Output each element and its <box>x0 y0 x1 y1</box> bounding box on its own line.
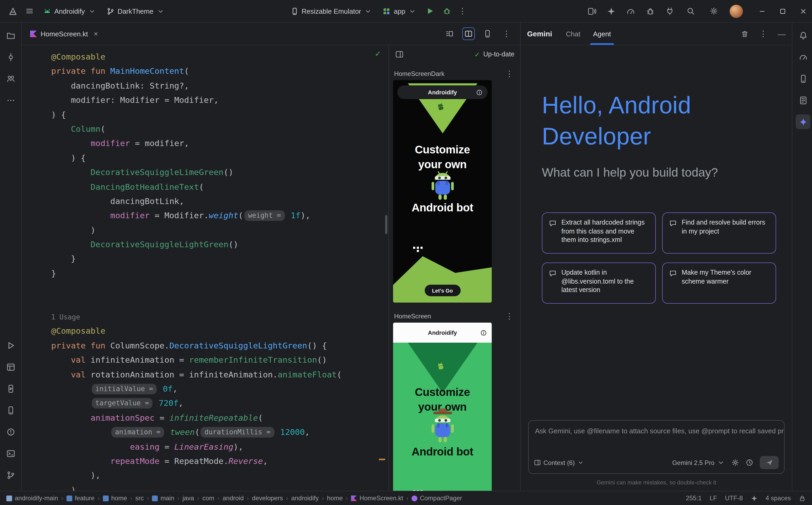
build-icon[interactable] <box>3 359 18 374</box>
suggestion-card-build-errors[interactable]: Find and resolve build errors in my proj… <box>662 212 776 254</box>
logcat-icon[interactable] <box>796 93 810 108</box>
device-mirroring-icon[interactable] <box>586 6 597 16</box>
run-config-selector[interactable]: app <box>378 4 421 18</box>
project-folder-icon[interactable] <box>3 28 18 43</box>
breadcrumb-separator: › <box>217 495 219 501</box>
breadcrumb-item[interactable]: java <box>183 494 194 502</box>
preview-menu-icon[interactable]: ⋮ <box>503 69 515 78</box>
compose-preview-homescreen[interactable]: Androidify Customize your own <box>393 323 492 491</box>
run-button[interactable] <box>423 4 437 18</box>
breadcrumb-item[interactable]: androidify <box>291 494 319 502</box>
context-chip[interactable]: Context (6) <box>534 459 584 466</box>
project-selector[interactable]: Androidify <box>39 4 100 18</box>
more-tool-windows-icon[interactable] <box>3 93 18 108</box>
code-line: private fun MainHomeContent( <box>51 64 388 79</box>
breadcrumb-item[interactable]: android <box>223 494 244 502</box>
device-manager-icon[interactable] <box>3 403 18 417</box>
gemini-more-icon[interactable]: ⋮ <box>757 29 769 38</box>
suggestion-card-theme[interactable]: Make my Theme's color scheme warmer <box>662 263 776 304</box>
editor-tab-homescreen[interactable]: HomeScreen.kt × <box>22 23 105 45</box>
breadcrumb-separator: › <box>177 495 179 501</box>
gemini-features-icon[interactable] <box>606 6 616 16</box>
breadcrumb-separator: › <box>147 495 149 501</box>
preview-headline: Customize <box>393 143 492 157</box>
breadcrumb-item[interactable]: home <box>327 494 343 502</box>
encoding[interactable]: UTF-8 <box>725 494 743 502</box>
design-view-icon[interactable] <box>481 27 494 40</box>
notifications-icon[interactable] <box>796 28 810 43</box>
history-clock-icon[interactable] <box>745 459 753 467</box>
hide-panel-icon[interactable]: — <box>778 29 786 38</box>
send-button[interactable] <box>760 456 779 469</box>
version-control-icon[interactable] <box>3 468 18 482</box>
inspections-ok-icon[interactable]: ✓ <box>375 49 381 58</box>
code-view-icon[interactable] <box>443 27 456 40</box>
preview-headline: Android bot <box>393 445 492 459</box>
code-line: 1 Usage <box>51 310 388 324</box>
compose-preview-homescreendark[interactable]: Androidify Customize your own <box>393 80 492 303</box>
breadcrumb-item[interactable]: home <box>103 494 127 502</box>
branch-selector[interactable]: DarkTheme <box>102 4 169 18</box>
indent-size[interactable]: 4 spaces <box>766 494 791 502</box>
close-window-icon[interactable] <box>800 8 807 14</box>
chevron-down-icon <box>88 7 96 15</box>
code-line: easing = LinearEasing), <box>51 440 388 454</box>
caret-position[interactable]: 255:1 <box>686 494 702 502</box>
run-icon[interactable] <box>3 338 18 353</box>
preview-status: ✓ Up-to-date <box>474 50 514 58</box>
commit-icon[interactable] <box>3 49 18 64</box>
gemini-suggestions: Extract all hardcoded strings from this … <box>542 212 776 304</box>
more-actions-icon[interactable]: ⋮ <box>456 6 469 16</box>
editor-scrollbar[interactable] <box>385 215 387 234</box>
code-editor[interactable]: @Composableprivate fun MainHomeContent( … <box>22 45 388 491</box>
line-ending[interactable]: LF <box>710 494 717 502</box>
model-selector[interactable]: Gemini 2.5 Pro <box>672 459 725 467</box>
plugins-icon[interactable] <box>664 6 675 16</box>
user-avatar[interactable] <box>730 4 743 18</box>
code-line: repeatMode = RepeatMode.Reverse, <box>51 454 388 469</box>
breadcrumb-item[interactable]: developers <box>252 494 283 502</box>
readonly-lock-icon[interactable] <box>799 495 806 502</box>
device-manager-icon[interactable] <box>796 71 810 86</box>
minimize-window-icon[interactable] <box>759 8 766 14</box>
terminal-icon[interactable] <box>3 446 18 461</box>
tab-chat[interactable]: Chat <box>566 23 580 45</box>
app-quality-insights-icon[interactable] <box>645 6 655 16</box>
breadcrumb-item[interactable]: HomeScreen.kt <box>351 494 403 502</box>
settings-gear-icon[interactable] <box>706 4 721 18</box>
split-view-icon[interactable] <box>462 27 475 40</box>
ai-spark-icon[interactable] <box>751 495 758 502</box>
gemini-icon[interactable] <box>796 114 810 129</box>
problems-icon[interactable] <box>3 425 18 439</box>
suggestion-card-update-kotlin[interactable]: Update kotlin in @libs.version.toml to t… <box>542 263 656 304</box>
breadcrumb-item[interactable]: main <box>152 494 174 502</box>
device-selector[interactable]: Resizable Emulator <box>286 4 376 18</box>
trash-icon[interactable] <box>741 30 749 38</box>
gemini-settings-icon[interactable] <box>731 459 739 467</box>
preview-layout-icon[interactable] <box>395 50 403 58</box>
main-menu-icon[interactable] <box>22 4 37 18</box>
running-devices-icon[interactable] <box>3 381 18 396</box>
lets-go-button[interactable]: Let's Go <box>425 285 460 296</box>
tab-agent[interactable]: Agent <box>593 23 611 45</box>
code-line: } <box>51 267 388 281</box>
breadcrumb-item[interactable]: androidify-main <box>6 494 58 502</box>
breadcrumb-item[interactable]: src <box>135 494 144 502</box>
send-plane-icon <box>765 459 773 467</box>
debug-button[interactable] <box>440 4 454 18</box>
close-tab-icon[interactable]: × <box>94 29 98 38</box>
maximize-window-icon[interactable] <box>779 8 786 14</box>
breadcrumb-item[interactable]: com <box>202 494 214 502</box>
preview-menu-icon[interactable]: ⋮ <box>503 312 515 321</box>
editor-more-icon[interactable]: ⋮ <box>500 27 513 40</box>
gemini-prompt-input[interactable]: Ask Gemini, use @filename to attach sour… <box>528 420 785 474</box>
suggestion-card-strings[interactable]: Extract all hardcoded strings from this … <box>542 212 656 254</box>
breadcrumb-item[interactable]: feature <box>66 494 95 502</box>
search-icon[interactable] <box>683 4 698 18</box>
pull-requests-icon[interactable] <box>3 71 18 86</box>
profiler-icon[interactable] <box>796 49 810 64</box>
breadcrumb-item[interactable]: CompactPager <box>411 494 462 502</box>
code-area[interactable]: @Composableprivate fun MainHomeContent( … <box>22 45 388 491</box>
right-tool-strip <box>792 23 812 491</box>
build-analyzer-icon[interactable] <box>625 6 636 16</box>
